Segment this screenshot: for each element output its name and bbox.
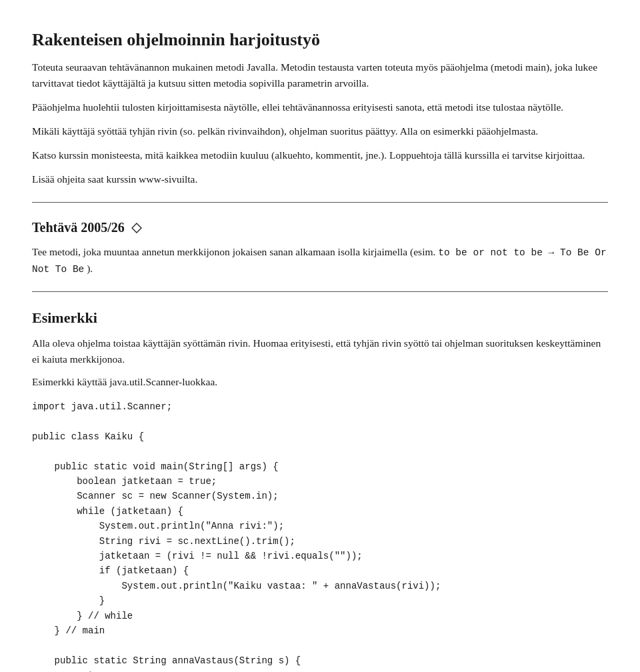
esimerkki-para-2: Esimerkki käyttää java.util.Scanner-luok… — [32, 374, 608, 390]
task-body-text1: Tee metodi, joka muuntaa annetun merkkij… — [32, 246, 435, 257]
esimerkki-title: Esimerkki — [32, 307, 608, 329]
divider-1 — [32, 202, 608, 203]
task-body: Tee metodi, joka muuntaa annetun merkkij… — [32, 244, 608, 277]
intro-para-2: Pääohjelma huolehtii tulosten kirjoittam… — [32, 99, 608, 115]
task-header: Tehtävä 2005/26 — [32, 217, 608, 237]
task-body-text2: ). — [87, 263, 93, 274]
divider-2 — [32, 291, 608, 292]
intro-para-4: Katso kurssin monisteesta, mitä kaikkea … — [32, 147, 608, 163]
esimerkki-para-1: Alla oleva ohjelma toistaa käyttäjän syö… — [32, 335, 608, 367]
esimerkki-section: Esimerkki Alla oleva ohjelma toistaa käy… — [32, 307, 608, 672]
intro-para-1: Toteuta seuraavan tehtävänannon mukainen… — [32, 59, 608, 91]
code-block: import java.util.Scanner; public class K… — [32, 399, 608, 672]
page-title: Rakenteisen ohjelmoinnin harjoitustyö — [32, 27, 608, 53]
intro-para-5: Lisää ohjeita saat kurssin www-sivuilta. — [32, 171, 608, 187]
intro-para-3: Mikäli käyttäjä syöttää tyhjän rivin (so… — [32, 123, 608, 139]
svg-marker-0 — [132, 223, 141, 233]
diamond-icon — [131, 223, 142, 233]
task-title: Tehtävä 2005/26 — [32, 217, 125, 237]
